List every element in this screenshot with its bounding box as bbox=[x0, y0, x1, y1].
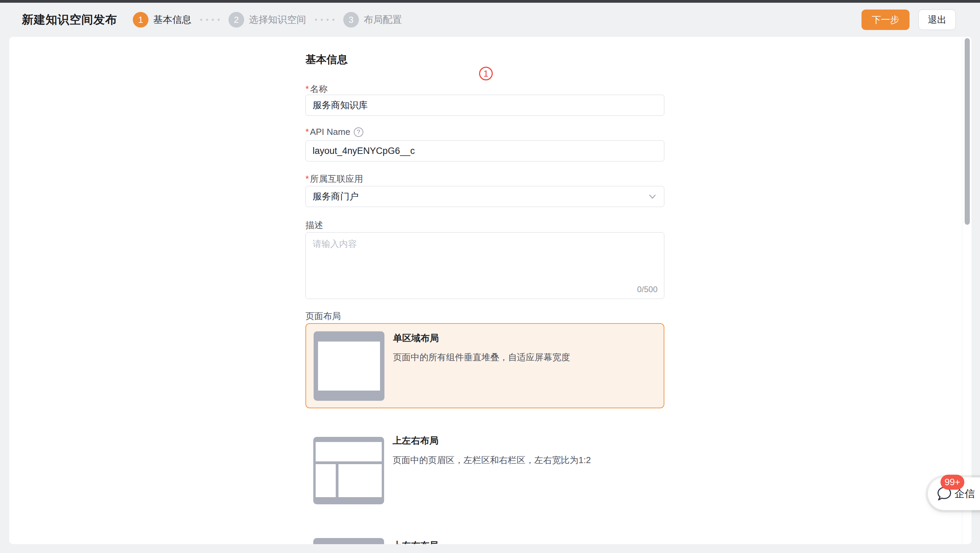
name-label-text: 名称 bbox=[310, 83, 328, 95]
annotation-circle-1: 1 bbox=[479, 67, 493, 80]
basic-info-form: 基本信息 1 * 名称 * API Name ? * 所属互联应用 服务商门户 bbox=[305, 37, 664, 544]
app-select-value: 服务商门户 bbox=[313, 190, 359, 203]
api-name-label-text: API Name bbox=[310, 127, 350, 137]
page-header: 新建知识空间发布 1 基本信息 2 选择知识空间 3 布局配置 下一步 退出 bbox=[0, 3, 980, 37]
description-label: 描述 bbox=[305, 219, 323, 231]
description-textarea[interactable] bbox=[305, 232, 664, 299]
next-step-button[interactable]: 下一步 bbox=[862, 10, 910, 30]
step-separator-dots bbox=[315, 19, 334, 21]
layout-option-desc: 页面中的页眉区，左栏区和右栏区，左右宽比为1:2 bbox=[393, 454, 591, 466]
api-name-label: * API Name ? bbox=[305, 127, 363, 137]
chat-widget-button[interactable]: 99+ 企信 bbox=[928, 477, 980, 510]
content-card: 基本信息 1 * 名称 * API Name ? * 所属互联应用 服务商门户 bbox=[9, 37, 972, 544]
layout-option-title: 单区域布局 bbox=[393, 332, 439, 344]
char-counter: 0/500 bbox=[637, 284, 657, 294]
step-1-circle: 1 bbox=[133, 12, 148, 28]
unread-count-badge: 99+ bbox=[940, 475, 964, 489]
header-actions: 下一步 退出 bbox=[862, 10, 956, 30]
single-layout-thumbnail-icon bbox=[313, 331, 385, 401]
exit-button[interactable]: 退出 bbox=[918, 10, 956, 30]
scrollbar-thumb[interactable] bbox=[965, 38, 970, 225]
step-1-label: 基本信息 bbox=[153, 13, 191, 26]
page-layout-label: 页面布局 bbox=[305, 310, 341, 322]
description-label-text: 描述 bbox=[305, 219, 323, 231]
step-2-circle: 2 bbox=[229, 12, 244, 28]
step-2-label: 选择知识空间 bbox=[249, 13, 306, 26]
help-icon[interactable]: ? bbox=[354, 127, 363, 137]
step-3-label: 布局配置 bbox=[364, 13, 402, 26]
page-title: 新建知识空间发布 bbox=[22, 12, 117, 28]
step-3-layout-config[interactable]: 3 布局配置 bbox=[343, 12, 402, 28]
page-layout-label-text: 页面布局 bbox=[305, 310, 341, 322]
app-label: * 所属互联应用 bbox=[305, 173, 363, 185]
step-2-select-space[interactable]: 2 选择知识空间 bbox=[229, 12, 306, 28]
required-asterisk: * bbox=[305, 84, 309, 94]
step-3-circle: 3 bbox=[343, 12, 359, 28]
step-1-basic-info[interactable]: 1 基本信息 bbox=[133, 12, 191, 28]
step-indicator: 1 基本信息 2 选择知识空间 3 布局配置 bbox=[133, 12, 402, 28]
partial-layout-thumbnail-icon bbox=[313, 538, 384, 544]
header-left-right-thumbnail-icon bbox=[313, 437, 384, 504]
layout-option-desc: 页面中的所有组件垂直堆叠，自适应屏幕宽度 bbox=[393, 351, 570, 363]
name-label: * 名称 bbox=[305, 83, 328, 95]
required-asterisk: * bbox=[305, 174, 309, 184]
step-separator-dots bbox=[200, 19, 220, 21]
layout-option-title: 上左右布局 bbox=[393, 539, 439, 544]
app-select[interactable]: 服务商门户 bbox=[305, 186, 664, 207]
layout-option-title: 上左右布局 bbox=[393, 434, 439, 447]
layout-option-single-selected[interactable]: 单区域布局 页面中的所有组件垂直堆叠，自适应屏幕宽度 bbox=[305, 323, 664, 408]
name-input[interactable] bbox=[305, 95, 664, 116]
app-label-text: 所属互联应用 bbox=[310, 173, 363, 185]
top-strip bbox=[0, 0, 980, 3]
chevron-down-icon bbox=[648, 192, 657, 201]
section-title: 基本信息 bbox=[305, 52, 348, 67]
api-name-input[interactable] bbox=[305, 140, 664, 161]
required-asterisk: * bbox=[305, 127, 309, 137]
